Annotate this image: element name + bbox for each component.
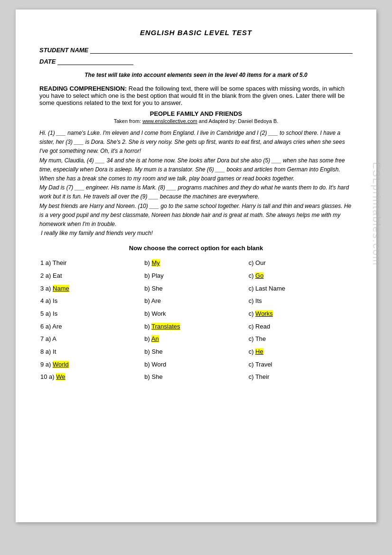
option-6-a: 6 a) Are (40, 321, 143, 333)
option-row-9: 9 a) World b) Word c) Travel (40, 359, 352, 371)
reading-title: PEOPLE FAMILY AND FRIENDS (39, 110, 353, 117)
option-6-b: b) Translates (144, 321, 247, 333)
date-label: DATE (39, 58, 56, 65)
option-8-c: c) He (249, 346, 352, 358)
option-4-c: c) Its (249, 295, 352, 307)
option-7-b: b) An (144, 333, 247, 345)
reading-source: Taken from: www.enslcollective.com and A… (39, 118, 353, 124)
option-3-b: b) She (144, 283, 247, 295)
date-row: DATE (39, 57, 353, 65)
option-7-b-value: An (151, 335, 159, 342)
option-1-a: 1 a) Their (40, 257, 143, 269)
option-3-c-value: Last Name (255, 285, 285, 292)
option-2-b: b) Play (144, 270, 247, 282)
option-9-a: 9 a) World (40, 359, 143, 371)
option-5-c-value: Works (255, 310, 273, 317)
option-10-b-value: She (152, 373, 163, 380)
option-3-b-value: She (152, 285, 163, 292)
option-9-b: b) Word (144, 359, 247, 371)
option-4-b-value: Are (151, 297, 161, 304)
option-row-2: 2 a) Eat b) Play c) Go (40, 270, 352, 282)
page-title: ENGLISH BASIC LEVEL TEST (39, 28, 353, 37)
option-7-c-value: The (255, 335, 266, 342)
option-8-c-value: He (255, 348, 263, 355)
option-8-b-value: She (152, 348, 163, 355)
option-1-b: b) My (144, 257, 247, 269)
page: ESLprintables.com ENGLISH BASIC LEVEL TE… (16, 9, 376, 522)
reading-text: Hi. (1) ___ name's Luke. I'm eleven and … (39, 129, 353, 238)
option-1-b-value: My (152, 259, 160, 266)
option-row-8: 8 a) It b) She c) He (40, 346, 352, 358)
option-8-a-value: It (53, 348, 56, 355)
section-label: READING COMPREHENSION: (39, 85, 127, 92)
option-6-b-value: Translates (151, 323, 180, 330)
option-3-a: 3 a) Name (40, 283, 143, 295)
options-table: 1 a) Their b) My c) Our 2 a) Eat b) Play… (39, 256, 353, 384)
option-row-5: 5 a) Is b) Work c) Works (40, 308, 352, 320)
choose-label: Now choose the correct option for each b… (39, 245, 353, 252)
option-4-a: 4 a) Is (40, 295, 143, 307)
option-10-c: c) Their (249, 371, 352, 383)
section-description: READING COMPREHENSION: Read the followin… (39, 85, 353, 106)
option-8-b: b) She (144, 346, 247, 358)
option-2-c: c) Go (249, 270, 352, 282)
notice-text: The test will take into account elements… (39, 72, 353, 78)
option-row-4: 4 a) Is b) Are c) Its (40, 295, 352, 307)
option-10-a-value: We (56, 373, 65, 380)
option-7-a: 7 a) A (40, 333, 143, 345)
option-6-a-value: Are (52, 323, 62, 330)
option-10-a: 10 a) We (40, 371, 143, 383)
reading-source-prefix: Taken from: (114, 118, 143, 124)
option-7-a-value: A (52, 335, 56, 342)
option-row-3: 3 a) Name b) She c) Last Name (40, 283, 352, 295)
option-1-c: c) Our (249, 257, 352, 269)
option-9-a-value: World (53, 361, 69, 368)
reading-source-suffix: and Adapted by: Daniel Bedoya B. (197, 118, 279, 124)
option-5-c: c) Works (249, 308, 352, 320)
option-1-c-value: Our (255, 259, 266, 266)
option-4-c-value: Its (255, 297, 262, 304)
date-line (57, 57, 133, 65)
option-6-c: c) Read (249, 321, 352, 333)
reading-source-url: www.enslcollective.com (142, 118, 197, 124)
option-4-b: b) Are (144, 295, 247, 307)
option-3-a-value: Name (53, 285, 69, 292)
option-7-c: c) The (249, 333, 352, 345)
option-row-1: 1 a) Their b) My c) Our (40, 257, 352, 269)
option-5-b-value: Work (152, 310, 166, 317)
student-name-row: STUDENT NAME (39, 46, 353, 54)
option-1-a-value: Their (53, 259, 67, 266)
option-9-c-value: Travel (255, 361, 272, 368)
option-5-b: b) Work (144, 308, 247, 320)
option-2-c-value: Go (255, 272, 263, 279)
option-6-c-value: Read (255, 323, 270, 330)
option-row-10: 10 a) We b) She c) Their (40, 371, 352, 383)
option-row-7: 7 a) A b) An c) The (40, 333, 352, 345)
option-row-6: 6 a) Are b) Translates c) Read (40, 321, 352, 333)
option-9-c: c) Travel (249, 359, 352, 371)
option-9-b-value: Word (152, 361, 167, 368)
option-10-c-value: Their (255, 373, 270, 380)
option-4-a-value: Is (53, 297, 57, 304)
option-8-a: 8 a) It (40, 346, 143, 358)
option-3-c: c) Last Name (249, 283, 352, 295)
student-name-label: STUDENT NAME (39, 47, 88, 54)
option-10-b: b) She (144, 371, 247, 383)
option-2-a-value: Eat (53, 272, 62, 279)
option-5-a: 5 a) Is (40, 308, 143, 320)
watermark: ESLprintables.com (370, 162, 383, 266)
option-2-a: 2 a) Eat (40, 270, 143, 282)
student-name-line (90, 46, 353, 54)
option-5-a-value: Is (53, 310, 57, 317)
option-2-b-value: Play (152, 272, 164, 279)
